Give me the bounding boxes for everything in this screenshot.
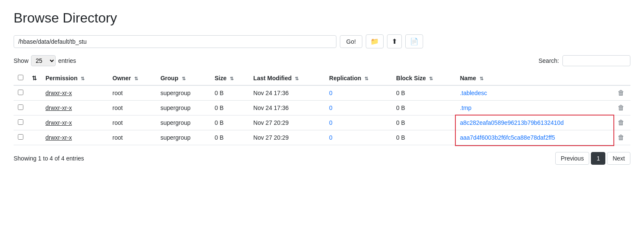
previous-button[interactable]: Previous [555,152,589,165]
row-group: supergroup [156,115,211,130]
col-block-size[interactable]: Block Size ⇅ [392,71,456,85]
table-header-row: ⇅ Permission ⇅ Owner ⇅ Group ⇅ Size ⇅ La… [14,71,630,85]
row-block-size: 0 B [392,115,456,130]
row-checkbox[interactable] [18,90,23,95]
row-replication: 0 [325,85,392,101]
path-bar: Go! 📁 ⬆ 📄 [14,34,630,48]
owner-sort-icon: ⇅ [134,76,138,82]
row-size: 0 B [210,115,249,130]
row-name: .tmp [456,101,613,115]
block-size-sort-icon: ⇅ [429,76,433,82]
col-checkbox [14,71,28,85]
table-row: drwxr-xr-x root supergroup 0 B Nov 27 20… [14,115,630,130]
delete-icon[interactable]: 🗑 [618,119,624,126]
row-checkbox-cell [14,101,28,115]
search-input[interactable] [562,55,630,66]
row-replication: 0 [325,130,392,145]
col-name[interactable]: Name ⇅ [456,71,613,85]
row-checkbox[interactable] [18,119,23,125]
row-block-size: 0 B [392,130,456,145]
row-last-modified: Nov 27 20:29 [249,130,325,145]
col-sort-icon: ⇅ [28,71,41,85]
file-button[interactable]: 📄 [405,34,423,48]
upload-icon: ⬆ [392,38,397,45]
row-delete-cell: 🗑 [613,101,630,115]
row-checkbox-cell [14,115,28,130]
delete-icon[interactable]: 🗑 [618,89,624,96]
col-size[interactable]: Size ⇅ [210,71,249,85]
row-owner: root [108,101,156,115]
sort-all-icon[interactable]: ⇅ [32,75,37,82]
footer-row: Showing 1 to 4 of 4 entries Previous 1 N… [14,152,630,165]
row-size: 0 B [210,85,249,101]
col-last-modified[interactable]: Last Modified ⇅ [249,71,325,85]
directory-table: ⇅ Permission ⇅ Owner ⇅ Group ⇅ Size ⇅ La… [14,71,630,145]
col-group[interactable]: Group ⇅ [156,71,211,85]
row-sort-cell [28,101,41,115]
file-icon: 📄 [410,38,418,45]
row-group: supergroup [156,85,211,101]
row-owner: root [108,115,156,130]
row-group: supergroup [156,101,211,115]
col-actions [613,71,630,85]
page-1-button[interactable]: 1 [591,152,605,165]
row-name: a8c282eafa0589e96213b79b6132410d [456,115,613,130]
row-last-modified: Nov 24 17:36 [249,85,325,101]
entries-select[interactable]: 10 25 50 100 [31,55,56,66]
row-owner: root [108,130,156,145]
row-permission: drwxr-xr-x [41,85,108,101]
search-label: Search: [539,57,559,64]
row-delete-cell: 🗑 [613,115,630,130]
path-input[interactable] [14,35,336,48]
row-permission: drwxr-xr-x [41,101,108,115]
row-last-modified: Nov 27 20:29 [249,115,325,130]
row-last-modified: Nov 24 17:36 [249,101,325,115]
next-button[interactable]: Next [607,152,630,165]
row-replication: 0 [325,115,392,130]
row-block-size: 0 B [392,101,456,115]
upload-button[interactable]: ⬆ [387,34,402,48]
folder-button[interactable]: 📁 [366,34,384,48]
group-sort-icon: ⇅ [182,76,186,82]
table-row: drwxr-xr-x root supergroup 0 B Nov 24 17… [14,85,630,101]
permission-sort-icon: ⇅ [81,76,85,82]
folder-icon: 📁 [370,38,379,45]
size-sort-icon: ⇅ [230,76,234,82]
col-permission[interactable]: Permission ⇅ [41,71,108,85]
row-sort-cell [28,85,41,101]
name-sort-icon: ⇅ [480,76,483,82]
row-replication: 0 [325,101,392,115]
go-button[interactable]: Go! [340,35,362,48]
delete-icon[interactable]: 🗑 [618,134,624,141]
select-all-checkbox[interactable] [18,75,23,80]
showing-text: Showing 1 to 4 of 4 entries [14,155,84,162]
table-row: drwxr-xr-x root supergroup 0 B Nov 24 17… [14,101,630,115]
show-label: Show [14,57,28,64]
row-checkbox[interactable] [18,104,23,110]
row-permission: drwxr-xr-x [41,130,108,145]
last-modified-sort-icon: ⇅ [295,76,299,82]
show-entries: Show 10 25 50 100 entries [14,55,76,66]
row-sort-cell [28,130,41,145]
row-checkbox[interactable] [18,134,23,140]
col-replication[interactable]: Replication ⇅ [325,71,392,85]
row-permission: drwxr-xr-x [41,115,108,130]
row-size: 0 B [210,101,249,115]
table-row: drwxr-xr-x root supergroup 0 B Nov 27 20… [14,130,630,145]
delete-icon[interactable]: 🗑 [618,104,624,111]
pagination: Previous 1 Next [555,152,630,165]
replication-sort-icon: ⇅ [364,76,368,82]
row-name: aaa7d4f6003b2f6fc5ca88e78daf2ff5 [456,130,613,145]
row-size: 0 B [210,130,249,145]
col-owner[interactable]: Owner ⇅ [108,71,156,85]
row-name: .tabledesc [456,85,613,101]
row-owner: root [108,85,156,101]
search-bar: Search: [539,55,630,66]
row-sort-cell [28,115,41,130]
entries-label: entries [58,57,76,64]
row-group: supergroup [156,130,211,145]
row-checkbox-cell [14,130,28,145]
row-checkbox-cell [14,85,28,101]
page-title: Browse Directory [14,10,630,26]
row-delete-cell: 🗑 [613,130,630,145]
